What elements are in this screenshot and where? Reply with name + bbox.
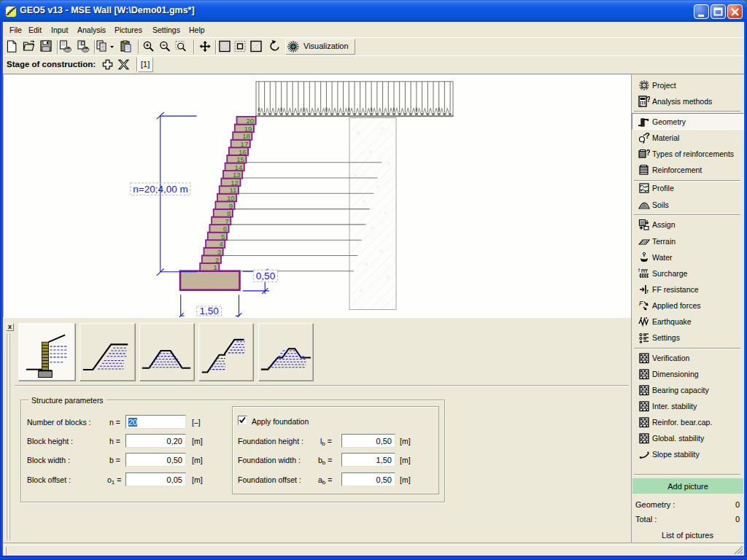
svg-text:?: ? <box>646 96 650 104</box>
svg-text:16: 16 <box>239 148 247 156</box>
svg-text:7: 7 <box>225 217 228 225</box>
svg-text:11: 11 <box>229 186 236 194</box>
svg-text:18: 18 <box>242 132 250 140</box>
svg-text:?: ? <box>646 149 651 157</box>
svg-text:19: 19 <box>244 125 252 133</box>
svg-text:4: 4 <box>219 240 222 248</box>
svg-text:12: 12 <box>231 179 239 187</box>
svg-text:0,50: 0,50 <box>256 271 275 281</box>
svg-text:9: 9 <box>229 202 233 210</box>
svg-text:8: 8 <box>227 209 231 217</box>
svg-text:f: f <box>638 268 640 273</box>
svg-text:6: 6 <box>223 225 227 233</box>
svg-text:2: 2 <box>215 256 219 264</box>
svg-text:F: F <box>639 300 643 307</box>
svg-text:?: ? <box>645 132 650 140</box>
svg-text:f: f <box>647 288 649 295</box>
svg-text:10: 10 <box>227 194 235 202</box>
svg-text:n=20;4,00 m: n=20;4,00 m <box>133 184 187 195</box>
svg-text:5: 5 <box>221 233 225 241</box>
svg-text:17: 17 <box>241 140 249 148</box>
svg-text:3: 3 <box>217 248 221 256</box>
svg-text:14: 14 <box>235 163 243 171</box>
svg-text:20: 20 <box>247 117 255 125</box>
svg-text:15: 15 <box>236 155 244 163</box>
svg-text:1: 1 <box>214 263 217 271</box>
svg-text:1,50: 1,50 <box>199 306 218 316</box>
svg-text:13: 13 <box>233 171 241 179</box>
